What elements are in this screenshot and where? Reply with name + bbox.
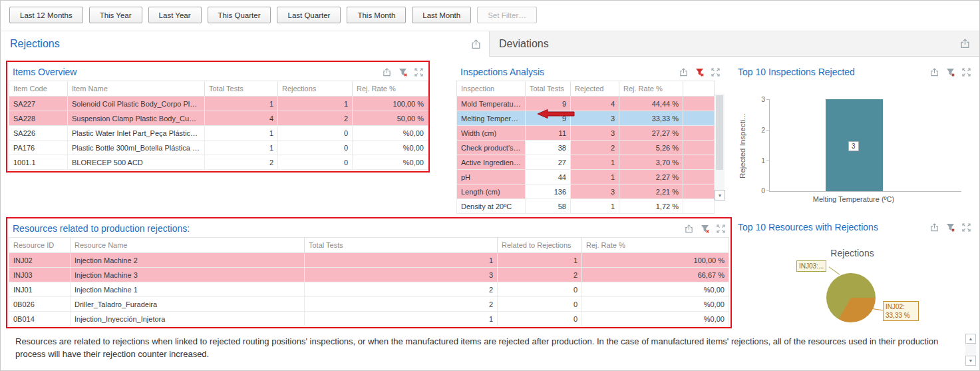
maximize-icon[interactable]	[711, 68, 720, 77]
cell: 0	[278, 141, 353, 155]
cell: 33,33 %	[619, 111, 683, 126]
panel-title: Top 10 Resources with Rejections	[738, 222, 878, 232]
filter-last-year-button[interactable]: Last Year	[148, 7, 202, 23]
tab-deviations[interactable]: Deviations	[489, 31, 979, 57]
cell: 1	[571, 199, 619, 214]
cell: 1	[205, 126, 278, 141]
column-header[interactable]: Rej. Rate %	[619, 81, 683, 97]
cell: %0,00	[582, 282, 729, 297]
column-header[interactable]: Related to Rejections	[498, 238, 582, 253]
panel-header: Top 10 Resources with Rejections	[733, 217, 976, 236]
table-row[interactable]: INJ02 Injection Machine 2 1 1 100,00 %	[9, 253, 729, 268]
filter-last-quarter-button[interactable]: Last Quarter	[277, 7, 341, 23]
filter-this-quarter-button[interactable]: This Quarter	[208, 7, 271, 23]
column-header[interactable]: Rejected	[571, 81, 619, 97]
cell: Active Ingredient Conc...	[457, 155, 526, 170]
column-header[interactable]: Total Tests	[526, 81, 571, 97]
cell: 27,27 %	[619, 126, 683, 141]
dashboard: Last 12 Months This Year Last Year This …	[0, 0, 980, 371]
set-filter-button[interactable]: Set Filter…	[477, 7, 537, 23]
export-icon[interactable]	[679, 68, 688, 77]
maximize-icon[interactable]	[414, 68, 423, 77]
cell: 44,44 %	[619, 97, 683, 111]
export-icon[interactable]	[930, 68, 939, 77]
maximize-icon[interactable]	[717, 224, 725, 233]
table-row[interactable]: 0B014 Injection_Inyección_Injetora 1 0 %…	[9, 312, 729, 326]
clear-filter-icon[interactable]	[701, 224, 709, 233]
column-header[interactable]: Resource ID	[9, 238, 71, 253]
maximize-icon[interactable]	[962, 68, 971, 77]
table-row[interactable]: SA228 Suspension Clamp Plastic Body_Cuer…	[9, 111, 428, 126]
scrollbar[interactable]: ▲ ▼	[965, 334, 976, 366]
table-row[interactable]: SA226 Plastic Water Inlet Part_Peça Plás…	[9, 126, 428, 141]
export-icon[interactable]	[383, 68, 391, 77]
clear-filter-icon[interactable]	[695, 68, 704, 77]
panel-header: Resources related to production rejectio…	[7, 218, 731, 237]
table-row[interactable]: 1001.1 BLORECEP 500 ACD 2 0 %0,00	[9, 155, 428, 170]
column-header[interactable]: Item Code	[9, 81, 68, 97]
items-overview-table: Item Code Item Name Total Tests Rejectio…	[9, 81, 428, 170]
scroll-down-button[interactable]: ▼	[965, 356, 976, 366]
table-row[interactable]: Mold Temperature (ºC) 9 4 44,44 %	[457, 97, 715, 111]
table-row[interactable]: SA227 Solenoid Coil Plastic Body_Corpo P…	[9, 97, 428, 111]
column-header[interactable]: Total Tests	[305, 238, 498, 253]
export-icon[interactable]	[930, 223, 939, 232]
maximize-icon[interactable]	[962, 223, 971, 232]
scrollbar[interactable]: ▼	[714, 94, 725, 200]
filter-this-month-button[interactable]: This Month	[347, 7, 406, 23]
panel-title: Items Overview	[13, 67, 77, 77]
table-row[interactable]: INJ03 Injection Machine 3 3 2 66,67 %	[9, 268, 729, 282]
cell: Density at 20ºC	[457, 199, 526, 214]
cell: 3	[305, 268, 498, 282]
cell: pH	[457, 170, 526, 185]
column-header[interactable]: Rejections	[278, 81, 353, 97]
tab-rejections[interactable]: Rejections	[1, 31, 489, 57]
table-row[interactable]: PA176 Plastic Bottle 300ml_Botella Plást…	[9, 141, 428, 155]
table-row[interactable]: Width (cm) 11 3 27,27 %	[457, 126, 715, 141]
cell	[683, 185, 715, 199]
cell: %0,00	[353, 155, 428, 170]
cell: 4	[571, 97, 619, 111]
table-row[interactable]: Length (cm) 136 3 2,21 %	[457, 185, 715, 199]
x-axis-category-label: Melting Temperature (ºC)	[757, 195, 950, 203]
table-row[interactable]: Density at 20ºC 58 1 1,72 %	[457, 199, 715, 214]
cell: 1	[571, 170, 619, 185]
clear-filter-icon[interactable]	[946, 68, 955, 77]
panel-title: Top 10 Inspections Rejected	[738, 67, 855, 77]
export-icon[interactable]	[471, 39, 481, 49]
export-icon[interactable]	[685, 224, 693, 233]
column-header[interactable]: Inspection	[457, 81, 526, 97]
cell: 3	[571, 111, 619, 126]
scrollbar-thumb[interactable]	[716, 95, 723, 170]
panel-header: Top 10 Inspections Rejected	[733, 62, 976, 81]
cell: 4	[205, 111, 278, 126]
cell: 3	[571, 185, 619, 199]
column-header[interactable]: Rej. Rate %	[582, 238, 729, 253]
filter-this-year-button[interactable]: This Year	[89, 7, 142, 23]
column-header[interactable]: Total Tests	[205, 81, 278, 97]
filter-last-month-button[interactable]: Last Month	[412, 7, 471, 23]
column-header[interactable]: Item Name	[68, 81, 205, 97]
clear-filter-icon[interactable]	[946, 223, 955, 232]
column-header[interactable]: Rej. Rate %	[353, 81, 428, 97]
table-row[interactable]: Check product's appea... 38 2 5,26 %	[457, 141, 715, 155]
clear-filter-icon[interactable]	[399, 68, 407, 77]
pie-chart-title: Rejections	[806, 248, 899, 258]
table-row[interactable]: pH 44 1 2,27 %	[457, 170, 715, 185]
scroll-up-button[interactable]: ▲	[965, 334, 976, 344]
scroll-down-button[interactable]: ▼	[715, 190, 725, 200]
cell: SA227	[9, 97, 68, 111]
table-row[interactable]: INJ01 Injection Machine 1 2 0 %0,00	[9, 282, 729, 297]
table-row[interactable]: 0B026 Driller_Taladro_Furadeira 2 0 %0,0…	[9, 297, 729, 312]
table-row[interactable]: Active Ingredient Conc... 27 1 3,70 %	[457, 155, 715, 170]
cell: 2,27 %	[619, 170, 683, 185]
inspections-analysis-panel: Inspections Analysis Inspection Total Te…	[455, 62, 725, 210]
pie[interactable]	[826, 273, 876, 322]
cell: BLORECEP 500 ACD	[68, 155, 205, 170]
table-row-selected[interactable]: Melting Temperature (º... 9 3 33,33 %	[457, 111, 715, 126]
export-icon[interactable]	[960, 39, 970, 49]
cell: Plastic Water Inlet Part_Peça Plástica..…	[68, 126, 205, 141]
filter-last-12-months-button[interactable]: Last 12 Months	[9, 7, 83, 23]
cell: 0B026	[9, 297, 71, 312]
column-header[interactable]: Resource Name	[71, 238, 305, 253]
